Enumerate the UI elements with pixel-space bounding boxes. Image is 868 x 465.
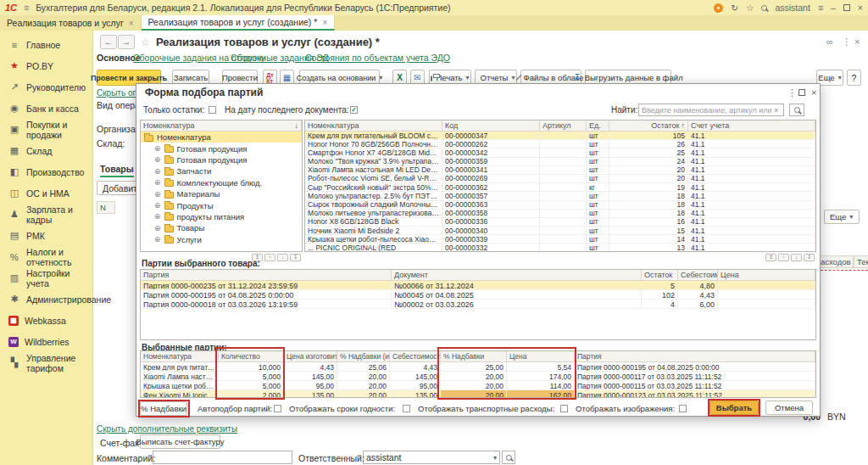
sidebar-item-proizvodstvo[interactable]: ◧Производство [0, 161, 92, 182]
table-row[interactable]: Робот-пылесос Viomi SE, белый V-RVCLM21A… [305, 175, 815, 183]
tree-item[interactable]: ⊕ Запчасти [141, 165, 302, 176]
expand-icon[interactable]: ⊕ [154, 144, 161, 153]
expand-icon[interactable]: ⊕ [154, 167, 161, 176]
dialog-maximize-icon[interactable] [798, 89, 805, 96]
only-leftovers-checkbox[interactable] [209, 106, 216, 114]
column-extra-header[interactable]: Тек. доп. расходы [854, 255, 868, 268]
expand-icon[interactable]: ⊕ [154, 212, 161, 221]
table-row[interactable]: Смартфон Honor X7 4GB/128GB Midnight bla… [305, 148, 815, 157]
col-leftover[interactable]: Остаток [642, 270, 678, 280]
close-form-icon[interactable]: × [854, 36, 860, 47]
sidebar-item-webkassa[interactable]: ▦Webkassa [0, 310, 92, 331]
auto-select-checkbox[interactable] [274, 405, 281, 412]
expand-icon[interactable]: ⊕ [154, 224, 161, 232]
col-price[interactable]: Цена [718, 270, 815, 280]
move-top-button[interactable]: ↥ [765, 254, 776, 261]
comment-input[interactable] [153, 451, 292, 464]
move-bottom-button[interactable]: ↧ [290, 254, 301, 261]
issue-invoice-button[interactable]: Выписать счет-фактуру [140, 434, 220, 449]
tab-close-icon[interactable]: × [322, 18, 327, 27]
col-maker-price[interactable]: Цена изготовителя [284, 351, 337, 361]
col-code[interactable]: Код [442, 120, 540, 131]
table-row[interactable]: Xiaomi Лампа настольная Mi LED Desk Lamp… [305, 166, 815, 175]
expand-icon[interactable]: ⊕ [154, 178, 161, 187]
table-row[interactable]: Крем для рук питательный BLOOM cosmetics… [305, 132, 815, 140]
sidebar-item-sklad[interactable]: ▦Склад [0, 140, 92, 161]
help-button[interactable]: ? [847, 70, 861, 86]
tab-close-icon[interactable]: × [129, 19, 134, 28]
dialog-more-icon[interactable]: ⋮ [787, 87, 797, 98]
markup-button[interactable]: % Надбавки [140, 401, 187, 416]
table-row[interactable]: Партия 0000-000235 от 31.12.2024 23:59:5… [141, 281, 815, 290]
move-down-button[interactable]: ↓ [791, 254, 802, 261]
tree-item[interactable]: ⊕ Материалы [141, 188, 302, 199]
table-row[interactable]: Сыр "Российский новый" экстра 50% (Скиде… [305, 183, 815, 192]
cancel-button[interactable]: Отмена [765, 401, 813, 415]
table-row[interactable]: Молоко "Твоя кружка" 3.9% ультрапастер. … [305, 158, 815, 166]
on-date-checkbox[interactable]: ✓ [350, 106, 358, 114]
history-icon[interactable]: ↻ [731, 3, 738, 13]
tree-item[interactable]: ⊕ Товары [141, 222, 302, 233]
expand-icon[interactable]: ⊕ [154, 190, 161, 199]
col-cost[interactable]: Себестоимость [678, 270, 718, 280]
search-icon[interactable] [761, 5, 767, 11]
table-row[interactable]: Фен Xiaomi Mi Ionic Hair Dryer H300 / B … [141, 390, 815, 398]
table-row[interactable]: Honor Honor 70 8GB/256GB Полночный черны… [305, 140, 815, 148]
show-images-checkbox[interactable] [679, 405, 687, 412]
goods-tab[interactable]: Товары [100, 164, 134, 177]
col-nomenclature[interactable]: Номенклатура [141, 351, 219, 361]
close-icon[interactable]: × [858, 3, 863, 13]
sidebar-item-wildberries[interactable]: WWildberries [0, 331, 92, 352]
tree-item[interactable]: ⊕ Комплектующие блюд. [141, 177, 302, 188]
more-icon[interactable]: ⋮ [842, 36, 851, 48]
chevron-down-icon[interactable]: ▾ [493, 454, 497, 462]
move-bottom-button[interactable]: ↧ [804, 254, 815, 261]
show-expiry-checkbox[interactable] [403, 405, 410, 412]
show-transport-checkbox[interactable] [560, 405, 568, 412]
search-button[interactable] [789, 104, 804, 116]
table-row[interactable]: Молоко питьевое ультрапастеризованное Мо… [305, 210, 815, 218]
tree-item[interactable]: ⊕ продукты питания [141, 211, 302, 222]
restore-icon[interactable] [843, 4, 850, 11]
table-row[interactable]: Крышка щетки робот-пылесоса Xiaomi 5,000… [141, 381, 815, 390]
sidebar-item-rmk[interactable]: ▤РМК [0, 225, 92, 246]
sidebar-item-poby[interactable]: ★PO.BY [0, 55, 92, 76]
col-quantity[interactable]: Количество [219, 351, 284, 361]
col-maker-markup[interactable]: % Надбавки (изг.) [337, 351, 390, 361]
table-row[interactable]: Ночник Xiaomi Mi Bedside 2 00-00000340 ш… [305, 227, 815, 235]
table-row[interactable]: Партия 0000-000195 от 04.08.2025 0:00:00… [141, 290, 815, 300]
search-input[interactable] [638, 104, 784, 116]
col-batch[interactable]: Партия [141, 270, 392, 280]
col-qty[interactable]: Остаток↑ [609, 120, 688, 131]
tree-item[interactable]: ⊕ Готовая продукция [141, 154, 302, 165]
sidebar-item-nastroyki-ucheta[interactable]: ▥Настройки учета [0, 267, 92, 289]
sidebar-item-rukovoditelyu[interactable]: ↗Руководителю [0, 76, 92, 98]
move-up-button[interactable]: ↑ [778, 254, 789, 261]
expand-icon[interactable]: ⊕ [154, 201, 161, 210]
col-markup[interactable]: % Надбавки [441, 351, 507, 361]
col-price[interactable]: Цена [507, 351, 575, 361]
table-row[interactable]: Партия 0000-000018 от 03.03.2026 13:19:5… [141, 300, 815, 309]
move-down-button[interactable]: ↓ [277, 254, 288, 261]
dialog-close-icon[interactable]: × [811, 87, 816, 98]
sidebar-item-nalogi[interactable]: %Налоги и отчетность [0, 246, 92, 267]
col-unit[interactable]: Ед. [587, 120, 609, 131]
sidebar-item-glavnoe[interactable]: ≡Главное [0, 34, 92, 55]
system-menu-icon[interactable]: ≡ [24, 3, 29, 13]
table-more-button[interactable]: Еще▾ [824, 210, 860, 224]
tree-item-root[interactable]: Номенклатура [141, 132, 302, 143]
col-document[interactable]: Документ [392, 270, 642, 280]
back-button[interactable]: ← [100, 35, 117, 49]
titlebar-user[interactable]: assistant [775, 3, 810, 13]
tab-sales-create[interactable]: Реализация товаров и услуг (создание) * … [142, 15, 336, 31]
clear-search-icon[interactable]: × [774, 106, 778, 115]
tree-item[interactable]: ⊕ Продукты [141, 199, 302, 210]
table-row[interactable]: Молоко ультрапастер. 2.5% бут ПЭТ 1,45л … [305, 192, 815, 200]
responsible-combobox[interactable]: assistant ▾ [363, 451, 500, 464]
move-up-button[interactable]: ↑ [264, 254, 275, 261]
sidebar-item-bank-kassa[interactable]: ◉Банк и касса [0, 98, 92, 119]
sidebar-item-pokupki-prodazhi[interactable]: ▣Покупки и продажи [0, 119, 92, 140]
tab-sostoyaniya-edo[interactable]: Состояния по объектам учета ЭДО [305, 53, 450, 63]
expand-icon[interactable]: ⊕ [154, 235, 161, 244]
sidebar-item-administrirovanie[interactable]: ✱Администрирование [0, 289, 92, 310]
